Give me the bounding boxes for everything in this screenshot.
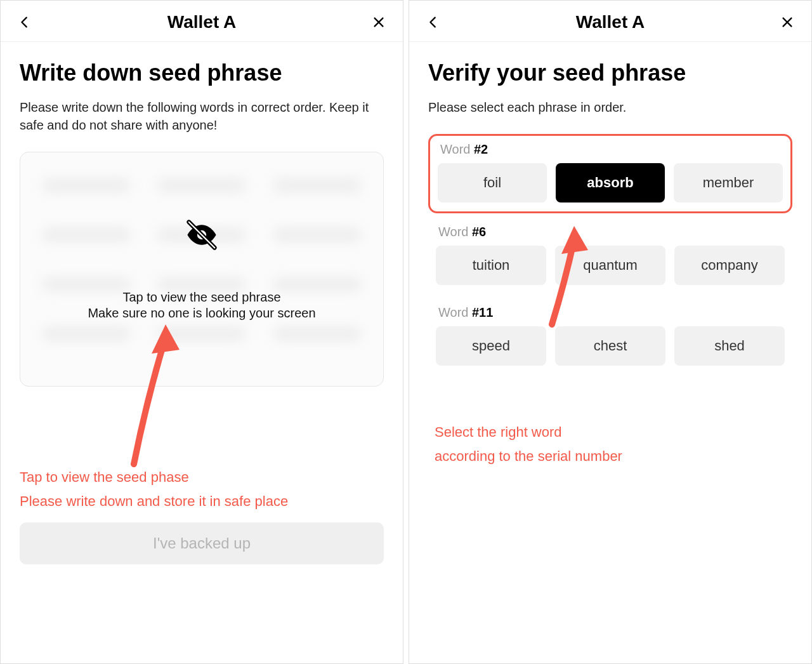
options-row: tuitionquantumcompany xyxy=(436,246,785,285)
word-label: Word #11 xyxy=(436,305,785,320)
word-prefix: Word xyxy=(438,305,472,319)
word-number: #2 xyxy=(474,142,488,156)
annotation-line2: Please write down and store it in safe p… xyxy=(20,492,384,511)
annotation-line2: according to the serial number xyxy=(435,447,792,466)
seed-phrase-card[interactable]: Tap to view the seed phrase Make sure no… xyxy=(20,152,384,387)
close-icon xyxy=(780,15,794,29)
option-absorb[interactable]: absorb xyxy=(556,163,665,203)
page-subtitle: Please write down the following words in… xyxy=(20,98,384,134)
option-speed[interactable]: speed xyxy=(436,326,546,366)
annotation-line1: Select the right word xyxy=(435,423,792,442)
word-block-6: Word #6tuitionquantumcompany xyxy=(428,218,792,294)
close-button[interactable] xyxy=(778,13,796,31)
eye-off-icon xyxy=(185,218,219,252)
screen-verify-seed: Wallet A Verify your seed phrase Please … xyxy=(409,0,812,664)
annotation-line1: Tap to view the seed phase xyxy=(20,468,384,487)
overlay-line2: Make sure no one is looking your screen xyxy=(88,306,315,321)
option-company[interactable]: company xyxy=(674,246,785,285)
overlay-line1: Tap to view the seed phrase xyxy=(122,290,280,305)
word-blocks: Word #2foilabsorbmemberWord #6tuitionqua… xyxy=(428,134,792,380)
option-foil[interactable]: foil xyxy=(438,163,547,203)
backed-up-button[interactable]: I've backed up xyxy=(20,522,384,564)
option-chest[interactable]: chest xyxy=(555,326,665,366)
header-title: Wallet A xyxy=(576,12,645,32)
page-title: Write down seed phrase xyxy=(20,60,384,86)
back-button[interactable] xyxy=(16,13,34,31)
content: Verify your seed phrase Please select ea… xyxy=(409,42,811,663)
option-shed[interactable]: shed xyxy=(674,326,785,366)
header-title: Wallet A xyxy=(167,12,236,32)
header: Wallet A xyxy=(409,1,811,42)
close-button[interactable] xyxy=(370,13,388,31)
chevron-left-icon xyxy=(426,15,440,29)
option-tuition[interactable]: tuition xyxy=(436,246,546,285)
close-icon xyxy=(372,15,386,29)
header: Wallet A xyxy=(1,1,403,42)
options-row: speedchestshed xyxy=(436,326,785,366)
seed-overlay: Tap to view the seed phrase Make sure no… xyxy=(20,152,383,386)
screen-write-seed: Wallet A Write down seed phrase Please w… xyxy=(0,0,403,664)
annotation-block: Tap to view the seed phase Please write … xyxy=(20,463,384,510)
word-block-2: Word #2foilabsorbmember xyxy=(428,134,792,213)
annotation-block: Select the right word according to the s… xyxy=(428,418,792,465)
page-title: Verify your seed phrase xyxy=(428,60,792,86)
word-number: #11 xyxy=(472,305,493,319)
word-number: #6 xyxy=(472,225,486,239)
word-block-11: Word #11speedchestshed xyxy=(428,299,792,375)
content: Write down seed phrase Please write down… xyxy=(1,42,403,663)
word-prefix: Word xyxy=(438,225,472,239)
word-label: Word #2 xyxy=(438,142,783,157)
chevron-left-icon xyxy=(18,15,32,29)
page-subtitle: Please select each phrase in order. xyxy=(428,98,792,116)
option-member[interactable]: member xyxy=(674,163,783,203)
back-button[interactable] xyxy=(424,13,442,31)
option-quantum[interactable]: quantum xyxy=(555,246,665,285)
word-prefix: Word xyxy=(440,142,474,156)
word-label: Word #6 xyxy=(436,225,785,239)
options-row: foilabsorbmember xyxy=(438,163,783,203)
